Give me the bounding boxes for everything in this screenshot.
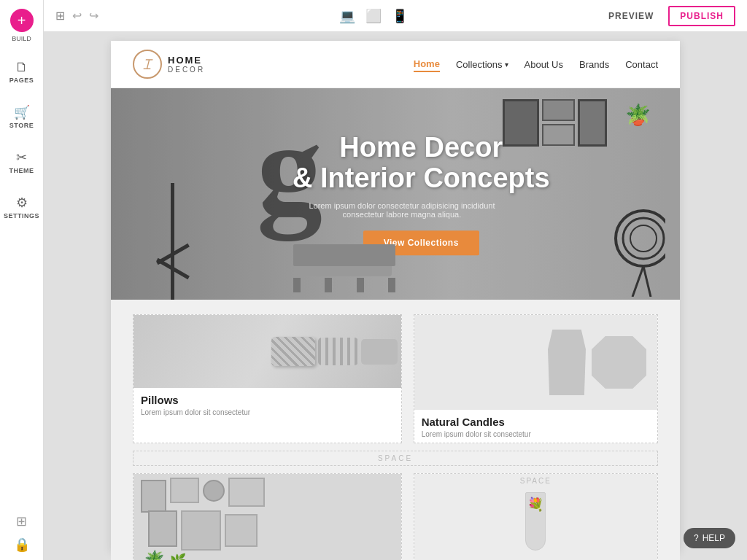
pillows-name: Pillows (141, 394, 394, 406)
hero-subtitle: Lorem ipsum dolor consectetur adipisicin… (293, 201, 511, 219)
build-label: BUILD (12, 35, 31, 42)
pages-icon: 🗋 (15, 60, 28, 75)
chevron-down-icon: ▾ (505, 61, 508, 69)
help-label: HELP (703, 533, 725, 543)
help-button[interactable]: ? HELP (684, 528, 735, 548)
canvas-wrapper: ꀤ HOME DECOR Home Collections ▾ About Us… (44, 32, 747, 560)
product-card-walldecor[interactable]: 🪴 🌿 Wall Decor Lorem ipsum dolor sit con… (133, 473, 402, 560)
logo-title: HOME (168, 55, 205, 66)
hero-section: g 🪴 (111, 88, 680, 300)
desktop-icon[interactable]: 💻 (339, 8, 355, 24)
help-icon: ? (694, 533, 699, 543)
store-icon: 🛒 (14, 104, 30, 120)
pillows-desc: Lorem ipsum dolor sit consectetur (141, 408, 394, 416)
mobile-icon[interactable]: 📱 (392, 8, 408, 24)
candles-desc: Lorem ipsum dolor sit consectetur (422, 430, 650, 438)
candles-name: Natural Candles (422, 416, 650, 428)
product-card-vases[interactable]: SPACE 💐 Vases Lorem ipsum dolor sit cons… (414, 473, 658, 560)
add-button[interactable]: + (10, 9, 34, 32)
lock-bottom-icon[interactable]: 🔒 (14, 537, 30, 553)
main-area: ⊞ ↩ ↪ 💻 ⬜ 📱 PREVIEW PUBLISH ꀤ HOME DECOR (44, 0, 747, 560)
redo-button[interactable]: ↪ (89, 9, 98, 23)
candle-wide (592, 336, 646, 389)
candle-tall (548, 330, 586, 395)
hero-title-line2: & Interior Concepts (293, 163, 550, 193)
products-section: Pillows Lorem ipsum dolor sit consectetu… (111, 300, 680, 560)
candles-label-area: Natural Candles Lorem ipsum dolor sit co… (414, 410, 657, 443)
sidebar: + BUILD 🗋 PAGES 🛒 STORE ✂ THEME ⚙ SETTIN… (0, 0, 44, 560)
pillows-label-area: Pillows Lorem ipsum dolor sit consectetu… (133, 388, 401, 421)
nav-collections[interactable]: Collections ▾ (456, 58, 508, 71)
topbar-right: PREVIEW PUBLISH (601, 6, 735, 26)
topbar: ⊞ ↩ ↪ 💻 ⬜ 📱 PREVIEW PUBLISH (44, 0, 747, 32)
sidebar-item-settings[interactable]: ⚙ SETTINGS (0, 190, 43, 224)
products-row-1: Pillows Lorem ipsum dolor sit consectetu… (133, 314, 658, 443)
logo: ꀤ HOME DECOR (133, 50, 205, 79)
nav-brands[interactable]: Brands (579, 58, 609, 71)
logo-icon: ꀤ (133, 50, 162, 79)
nav-collections-label: Collections (456, 59, 503, 70)
topbar-left: ⊞ ↩ ↪ (55, 9, 98, 23)
pillow-img-2 (318, 338, 358, 365)
space-label-vases: SPACE (520, 477, 551, 485)
grid-icon: ⊞ (55, 9, 65, 23)
walldecor-img-area: 🪴 🌿 (133, 474, 401, 560)
publish-button[interactable]: PUBLISH (668, 6, 735, 26)
site-nav: Home Collections ▾ About Us Brands Conta… (414, 57, 658, 72)
product-card-candles[interactable]: Natural Candles Lorem ipsum dolor sit co… (414, 314, 658, 443)
grid-bottom-icon[interactable]: ⊞ (16, 513, 27, 529)
tablet-icon[interactable]: ⬜ (365, 8, 382, 24)
settings-icon: ⚙ (16, 195, 28, 211)
sidebar-item-store[interactable]: 🛒 STORE (0, 100, 43, 133)
pillow-img-3 (361, 339, 398, 365)
hero-content: Home Decor & Interior Concepts Lorem ips… (293, 133, 550, 255)
canvas: ꀤ HOME DECOR Home Collections ▾ About Us… (111, 41, 680, 551)
products-row-2: 🪴 🌿 Wall Decor Lorem ipsum dolor sit con… (133, 473, 658, 560)
undo-button[interactable]: ↩ (72, 9, 82, 23)
sidebar-item-pages[interactable]: 🗋 PAGES (0, 55, 43, 88)
nav-about[interactable]: About Us (525, 58, 563, 71)
settings-label: SETTINGS (4, 212, 39, 219)
svg-line-3 (632, 266, 643, 297)
svg-line-4 (643, 266, 651, 297)
svg-point-1 (623, 218, 664, 259)
space-divider: SPACE (133, 451, 658, 466)
nav-contact[interactable]: Contact (625, 58, 658, 71)
candles-img-area (414, 315, 657, 410)
svg-point-2 (630, 225, 657, 252)
site-header: ꀤ HOME DECOR Home Collections ▾ About Us… (111, 41, 680, 88)
pillow-img-1 (271, 337, 315, 366)
logo-text: HOME DECOR (168, 55, 205, 74)
sidebar-item-theme[interactable]: ✂ THEME (0, 145, 43, 179)
theme-icon: ✂ (16, 149, 27, 166)
topbar-center: 💻 ⬜ 📱 (339, 8, 408, 24)
product-card-pillows[interactable]: Pillows Lorem ipsum dolor sit consectetu… (133, 314, 402, 443)
logo-subtitle: DECOR (168, 66, 205, 74)
store-label: STORE (9, 122, 34, 129)
preview-button[interactable]: PREVIEW (601, 7, 661, 26)
vases-img-area: SPACE 💐 (414, 474, 657, 560)
theme-label: THEME (9, 167, 34, 174)
nav-home[interactable]: Home (414, 57, 440, 72)
pages-label: PAGES (9, 77, 34, 84)
hero-title-line1: Home Decor (339, 132, 503, 163)
